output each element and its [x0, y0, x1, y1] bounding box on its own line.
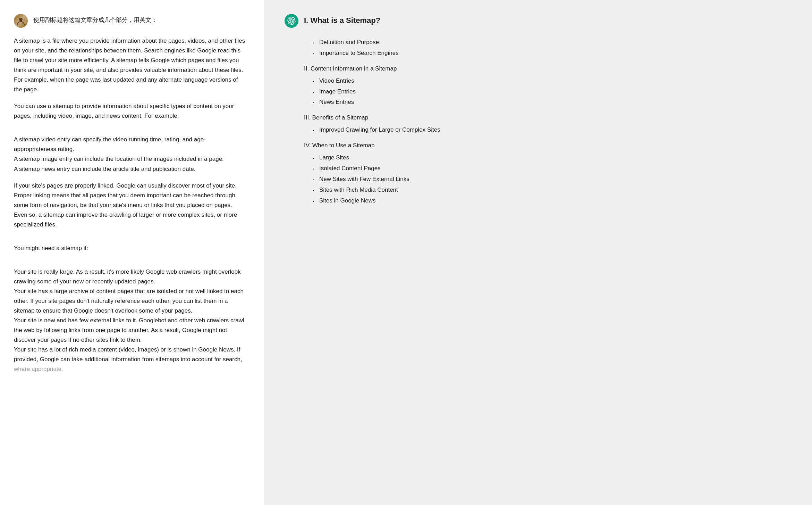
para-4-text: A sitemap image entry can include the lo…: [14, 154, 247, 164]
case-2: Your site has a large archive of content…: [14, 287, 247, 316]
section-3-heading: III. Benefits of a Sitemap: [285, 113, 791, 123]
item-isolated-content: Isolated Content Pages: [312, 164, 791, 174]
avatar-image: [14, 14, 28, 28]
outline-section-4: IV. When to Use a Sitemap Large Sites Is…: [285, 141, 791, 206]
case-1: Your site is really large. As a result, …: [14, 267, 247, 287]
para-7: You might need a sitemap if:: [14, 243, 247, 253]
svg-point-0: [19, 18, 23, 21]
item-improved-crawling: Improved Crawling for Large or Complex S…: [312, 125, 791, 135]
item-google-news: Sites in Google News: [312, 196, 791, 206]
item-importance: Importance to Search Engines: [312, 48, 791, 58]
item-new-sites: New Sites with Few External Links: [312, 174, 791, 184]
case-4: Your site has a lot of rich media conten…: [14, 345, 247, 364]
outline-main-title: I. What is a Sitemap?: [304, 14, 380, 25]
item-image-entries: Image Entries: [312, 87, 791, 97]
para-1: A sitemap is a file where you provide in…: [14, 36, 247, 94]
para-7-text: You might need a sitemap if:: [14, 243, 247, 253]
sitemap-cases: Your site is really large. As a result, …: [14, 267, 247, 374]
para-2: You can use a sitemap to provide informa…: [14, 101, 247, 121]
chatgpt-response-header: I. What is a Sitemap?: [285, 14, 791, 28]
case-3: Your site is new and has few external li…: [14, 316, 247, 345]
section-2-heading: II. Content Information in a Sitemap: [285, 64, 791, 74]
para-6: If your site's pages are properly linked…: [14, 181, 247, 230]
user-prompt-text: 使用副标题将这篇文章分成几个部分，用英文：: [33, 14, 157, 25]
item-news-entries: News Entries: [312, 97, 791, 107]
outline-body: Definition and Purpose Importance to Sea…: [285, 38, 791, 206]
outline-section-1: Definition and Purpose Importance to Sea…: [285, 38, 791, 58]
section-4-items: Large Sites Isolated Content Pages New S…: [285, 153, 791, 206]
outline-section-3: III. Benefits of a Sitemap Improved Craw…: [285, 113, 791, 135]
user-message: 使用副标题将这篇文章分成几个部分，用英文：: [14, 14, 247, 28]
para-6-text: If your site's pages are properly linked…: [14, 181, 247, 230]
response-content: A sitemap is a file where you provide in…: [14, 36, 247, 374]
para-5-text: A sitemap news entry can include the art…: [14, 164, 247, 174]
right-panel: I. What is a Sitemap? Definition and Pur…: [264, 0, 812, 505]
chatgpt-icon: [285, 14, 298, 28]
para-3: A sitemap video entry can specify the vi…: [14, 135, 247, 174]
section-3-items: Improved Crawling for Large or Complex S…: [285, 125, 791, 135]
para-2-text: You can use a sitemap to provide informa…: [14, 101, 247, 121]
para-1-text: A sitemap is a file where you provide in…: [14, 36, 247, 94]
para-3-text: A sitemap video entry can specify the vi…: [14, 135, 247, 154]
app-container: 使用副标题将这篇文章分成几个部分，用英文： A sitemap is a fil…: [0, 0, 812, 505]
item-large-sites: Large Sites: [312, 153, 791, 163]
outline-section-2: II. Content Information in a Sitemap Vid…: [285, 64, 791, 108]
section-2-items: Video Entries Image Entries News Entries: [285, 76, 791, 108]
left-panel: 使用副标题将这篇文章分成几个部分，用英文： A sitemap is a fil…: [0, 0, 264, 505]
item-rich-media: Sites with Rich Media Content: [312, 185, 791, 195]
case-4-continued: where appropriate.: [14, 364, 247, 374]
item-definition: Definition and Purpose: [312, 38, 791, 48]
section-1-items: Definition and Purpose Importance to Sea…: [285, 38, 791, 58]
item-video-entries: Video Entries: [312, 76, 791, 86]
avatar: [14, 14, 28, 28]
section-4-heading: IV. When to Use a Sitemap: [285, 141, 791, 151]
